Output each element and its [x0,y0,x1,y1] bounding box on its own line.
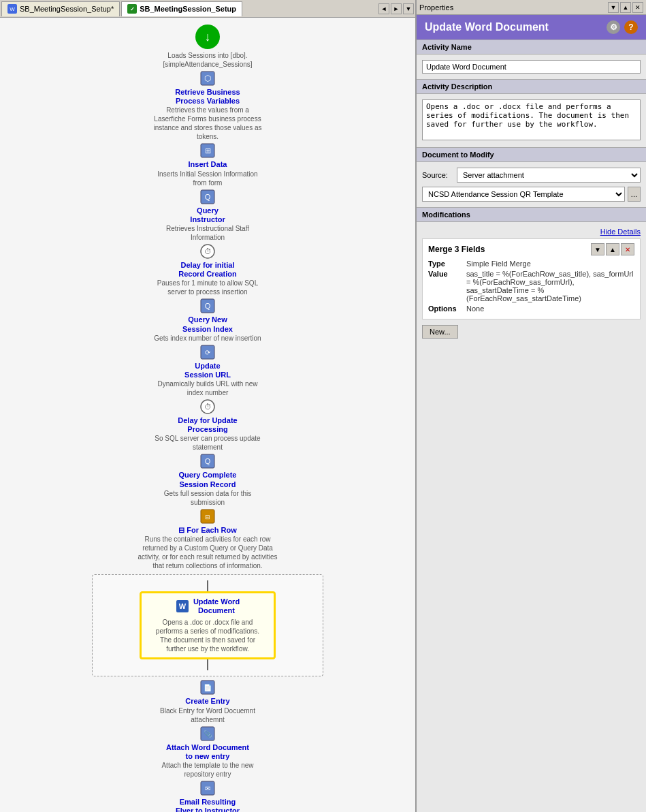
activity-desc-content: Opens a .doc or .docx file and performs … [417,94,646,147]
mod-header: Hide Details [422,228,641,236]
merge-up-btn[interactable]: ▲ [606,243,619,255]
new-button[interactable]: New... [422,325,458,339]
attach-word-box: 📎 Attach Word Documentto new entry Attac… [153,725,262,779]
insert-desc: Inserts Initial Session Information from… [153,170,262,187]
activity-name-input[interactable] [422,60,641,74]
attach-word-label: Attach Word Documentto new entry [166,743,249,761]
query-instructor-node[interactable]: Q QueryInstructor Retrieves Instructiona… [153,189,262,242]
properties-title: Update Word Document [425,21,549,33]
query-session-icon: Q [199,298,216,314]
tab-bar: W SB_MeetingSession_Setup* ✓ SB_MeetingS… [0,0,415,18]
insert-node[interactable]: ⊞ Insert Data Inserts Initial Session In… [153,142,262,187]
modifications-section-label: Modifications [417,207,646,222]
doc-dropdown[interactable]: NCSD Attendance Session QR Template [422,187,625,202]
svg-text:Q: Q [205,457,211,465]
tab-1[interactable]: W SB_MeetingSession_Setup* [1,1,120,16]
email-label: Email ResultingFlyer to Instructor [176,798,240,812]
delay1-box: ⏱ Delay for initialRecord Creation Pause… [153,243,262,296]
query-instructor-box: Q QueryInstructor Retrieves Instructiona… [153,189,262,242]
value-key: Value [428,270,462,302]
delay2-node[interactable]: ⏱ Delay for UpdateProcessing So SQL serv… [153,399,262,452]
email-icon: ✉ [199,780,216,796]
value-value: sas_title = %(ForEachRow_sas_title), sas… [466,270,634,302]
query-instructor-label: QueryInstructor [190,206,225,224]
delay2-label: Delay for UpdateProcessing [178,416,237,434]
retrieve-label: Retrieve BusinessProcess Variables [175,88,240,106]
query-complete-box: Q Query CompleteSession Record Gets full… [153,453,262,506]
activity-desc-textarea[interactable]: Opens a .doc or .docx file and performs … [422,99,641,140]
svg-text:⬡: ⬡ [204,74,211,83]
tab-controls: ◄ ► ▼ [378,3,414,14]
svg-text:📄: 📄 [204,683,212,692]
svg-text:✉: ✉ [205,785,210,792]
query-complete-node[interactable]: Q Query CompleteSession Record Gets full… [153,453,262,506]
merge-type-row: Type Simple Field Merge [428,260,634,268]
query-instructor-desc: Retrieves Instructional Staff Informatio… [153,224,262,242]
panel-controls: ▼ ▲ ✕ [608,2,643,13]
delay1-label: Delay for initialRecord Creation [178,261,237,279]
query-session-box: Q Query NewSession Index Gets index numb… [154,298,261,342]
hide-details-link[interactable]: Hide Details [600,228,641,236]
update-word-node[interactable]: W Update WordDocument Opens a .doc or .d… [140,591,276,659]
delay1-icon: ⏱ [199,243,216,260]
create-entry-label: Create Entry [185,697,229,706]
create-entry-box: 📄 Create Entry Black Entry for Word Docu… [153,679,262,723]
tab1-label: SB_MeetingSession_Setup* [20,5,114,13]
start-node: ↓ [195,25,220,49]
svg-text:⏱: ⏱ [204,247,212,255]
insert-label: Insert Data [189,160,227,169]
properties-panel: Properties ▼ ▲ ✕ Update Word Document ⚙ … [417,0,646,812]
update-url-desc: Dynamically builds URL with new index nu… [153,379,262,397]
create-entry-desc: Black Entry for Word Docuemnt attachemnt [153,706,262,724]
doc-select-row: NCSD Attendance Session QR Template ... [422,187,641,202]
attach-word-node[interactable]: 📎 Attach Word Documentto new entry Attac… [153,725,262,779]
panel-down-btn[interactable]: ▼ [608,2,619,13]
merge-title: Merge 3 Fields [428,245,485,254]
merge-options-row: Options None [428,304,634,313]
query-session-desc: Gets index number of new insertion [154,334,261,343]
merge-value-row: Value sas_title = %(ForEachRow_sas_title… [428,270,634,302]
create-entry-node[interactable]: 📄 Create Entry Black Entry for Word Docu… [153,679,262,723]
tab-nav-right[interactable]: ► [391,3,402,14]
update-url-box: ⟳ UpdateSession URL Dynamically builds U… [153,344,262,397]
properties-header-title: Properties [419,3,453,12]
workflow-panel: W SB_MeetingSession_Setup* ✓ SB_MeetingS… [0,0,417,812]
query-session-node[interactable]: Q Query NewSession Index Gets index numb… [154,298,261,342]
create-entry-icon: 📄 [199,679,216,696]
activity-desc-section-label: Activity Description [417,79,646,94]
update-url-label: UpdateSession URL [184,362,231,379]
svg-text:⏱: ⏱ [204,403,212,411]
tab-2[interactable]: ✓ SB_MeetingSession_Setup [121,1,242,16]
query-complete-icon: Q [199,453,216,469]
properties-title-bar: Update Word Document ⚙ ? [417,15,646,40]
retrieve-box: ⬡ Retrieve BusinessProcess Variables Ret… [153,70,262,141]
update-url-icon: ⟳ [199,344,216,360]
merge-down-btn[interactable]: ▼ [591,243,604,255]
source-dropdown[interactable]: Server attachment [457,168,641,183]
email-node[interactable]: ✉ Email ResultingFlyer to Instructor Sen… [153,780,262,812]
svg-text:⊞: ⊞ [205,146,211,155]
tab2-icon: ✓ [127,4,137,14]
svg-text:Q: Q [205,193,211,201]
options-value: None [466,304,634,313]
merge-delete-btn[interactable]: ✕ [621,243,634,255]
merge-title-row: Merge 3 Fields ▼ ▲ ✕ [428,243,634,255]
doc-modify-section-label: Document to Modify [417,147,646,162]
delay1-node[interactable]: ⏱ Delay for initialRecord Creation Pause… [153,243,262,296]
panel-close-btn[interactable]: ✕ [632,2,643,13]
retrieve-node[interactable]: ⬡ Retrieve BusinessProcess Variables Ret… [153,70,262,141]
connector [207,659,208,670]
delay2-desc: So SQL server can process update stateme… [153,434,262,452]
merge-fields-box: Merge 3 Fields ▼ ▲ ✕ Type Simple Field M… [422,238,641,319]
foreach-desc: Runs the contained activities for each r… [133,535,282,570]
gear-button[interactable]: ⚙ [607,20,620,34]
browse-button[interactable]: ... [628,187,641,202]
delay1-desc: Pauses for 1 minute to allow SQL server … [153,279,262,296]
tab-pin[interactable]: ▼ [403,3,414,14]
update-url-node[interactable]: ⟳ UpdateSession URL Dynamically builds U… [153,344,262,397]
help-button[interactable]: ? [624,20,638,34]
retrieve-icon: ⬡ [199,70,216,87]
query-instructor-icon: Q [199,189,216,205]
tab-nav-left[interactable]: ◄ [378,3,389,14]
panel-up-btn[interactable]: ▲ [620,2,631,13]
